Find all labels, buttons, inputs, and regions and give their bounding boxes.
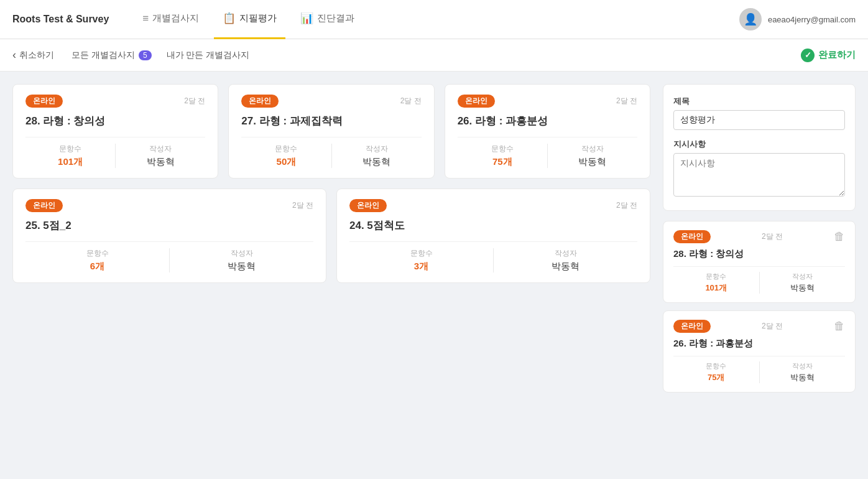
meta-author-value: 박동혁 <box>578 156 606 168</box>
meta-question-label: 문항수 <box>491 144 514 154</box>
selected-cards-area: 온라인 2달 전 🗑 28. 라형 : 창의성 문항수 101개 작성자 박동혁… <box>663 221 856 393</box>
mini-meta-q-value: 101개 <box>705 282 727 294</box>
meta-question-value: 3개 <box>414 261 428 272</box>
meta-question-value: 50개 <box>277 156 297 168</box>
nav-tab-diagnosis[interactable]: 📊 진단결과 <box>292 0 363 39</box>
back-icon: ‹ <box>12 49 16 62</box>
meta-author-value: 박동혁 <box>228 261 256 272</box>
meta-question-label: 문항수 <box>275 144 297 154</box>
mini-meta-a-label: 작성자 <box>792 361 813 371</box>
header-right: 👤 eaeao4jerry@gmail.com <box>739 8 856 30</box>
mini-meta-a-value: 박동혁 <box>790 282 815 294</box>
sub-header: ‹ 취소하기 모든 개별검사지 5 내가 만든 개별검사지 ✓ 완료하기 <box>0 39 868 72</box>
sub-tab-mine-label: 내가 만든 개별검사지 <box>167 50 250 61</box>
meta-author-value: 박동혁 <box>552 261 579 272</box>
mini-card-tag: 온라인 <box>673 230 711 243</box>
mini-meta-a-label: 작성자 <box>792 272 813 281</box>
selected-card-sel2: 온라인 2달 전 🗑 26. 라형 : 과흥분성 문항수 75개 작성자 박동혁 <box>663 310 856 393</box>
delete-card-icon[interactable]: 🗑 <box>834 320 845 333</box>
card-card2[interactable]: 온라인 2달 전 27. 라형 : 과제집착력 문항수 50개 작성자 박동혁 <box>228 84 434 179</box>
card-title: 27. 라형 : 과제집착력 <box>241 114 421 128</box>
selected-card-sel1: 온라인 2달 전 🗑 28. 라형 : 창의성 문항수 101개 작성자 박동혁 <box>663 221 856 303</box>
nav-icon-writing: 📋 <box>223 12 236 25</box>
sub-tab-all-label: 모든 개별검사지 <box>72 50 135 61</box>
meta-question-label: 문항수 <box>59 144 81 154</box>
right-panel: 제목 지시사항 온라인 2달 전 🗑 28. 라형 : 창의성 문항수 101개… <box>663 84 856 393</box>
meta-question-label: 문항수 <box>410 248 433 259</box>
card-time: 2달 전 <box>616 96 637 106</box>
form-box: 제목 지시사항 <box>663 84 856 211</box>
meta-question-value: 6개 <box>90 261 104 272</box>
cards-row-1: 온라인 2달 전 28. 라형 : 창의성 문항수 101개 작성자 박동혁 온… <box>12 84 650 179</box>
meta-author-label: 작성자 <box>555 248 577 259</box>
card-tag: 온라인 <box>25 199 63 212</box>
card-time: 2달 전 <box>400 96 422 106</box>
mini-card-title: 26. 라형 : 과흥분성 <box>673 338 845 350</box>
user-email: eaeao4jerry@gmail.com <box>768 15 856 24</box>
card-card5[interactable]: 온라인 2달 전 24. 5점척도 문항수 3개 작성자 박동혁 <box>336 188 650 283</box>
card-tag: 온라인 <box>349 199 387 212</box>
sub-tab-group: 모든 개별검사지 5 내가 만든 개별검사지 <box>64 46 257 65</box>
nav-tab-writing[interactable]: 📋 지필평가 <box>214 0 285 39</box>
card-tag: 온라인 <box>458 95 495 108</box>
card-title: 28. 라형 : 창의성 <box>25 114 205 128</box>
meta-question-label: 문항수 <box>86 248 109 259</box>
avatar: 👤 <box>739 8 762 30</box>
nav-label-diagnosis: 진단결과 <box>317 12 354 24</box>
complete-label: 완료하기 <box>818 49 856 61</box>
mini-meta-q-label: 문항수 <box>706 361 726 371</box>
meta-author-label: 작성자 <box>581 144 604 154</box>
delete-card-icon[interactable]: 🗑 <box>834 230 845 243</box>
card-tag: 온라인 <box>25 95 63 108</box>
mini-card-time: 2달 전 <box>762 321 783 332</box>
instructions-label: 지시사항 <box>673 139 845 150</box>
mini-meta-q-label: 문항수 <box>706 272 726 281</box>
nav-icon-diagnosis: 📊 <box>300 12 313 25</box>
mini-meta-q-value: 75개 <box>708 372 724 383</box>
meta-author-label: 작성자 <box>231 248 253 259</box>
nav-tab-individual[interactable]: ≡ 개별검사지 <box>134 0 208 39</box>
card-card3[interactable]: 온라인 2달 전 26. 라형 : 과흥분성 문항수 75개 작성자 박동혁 <box>445 84 650 179</box>
meta-author-label: 작성자 <box>366 144 388 154</box>
cards-row-2: 온라인 2달 전 25. 5점_2 문항수 6개 작성자 박동혁 온라인 2달 … <box>12 188 650 283</box>
mini-card-title: 28. 라형 : 창의성 <box>673 248 845 260</box>
mini-meta-a-value: 박동혁 <box>790 372 815 383</box>
back-button[interactable]: ‹ 취소하기 <box>12 49 54 62</box>
instructions-textarea[interactable] <box>673 153 845 197</box>
card-time: 2달 전 <box>292 200 313 211</box>
nav-tabs: ≡ 개별검사지📋 지필평가📊 진단결과 <box>134 0 721 39</box>
meta-question-value: 75개 <box>492 156 512 168</box>
main-content: 온라인 2달 전 28. 라형 : 창의성 문항수 101개 작성자 박동혁 온… <box>0 72 868 405</box>
meta-author-value: 박동혁 <box>362 156 390 168</box>
meta-author-value: 박동혁 <box>147 156 175 168</box>
card-card1[interactable]: 온라인 2달 전 28. 라형 : 창의성 문항수 101개 작성자 박동혁 <box>12 84 218 179</box>
title-input[interactable] <box>673 110 845 130</box>
header: Roots Test & Survey ≡ 개별검사지📋 지필평가📊 진단결과 … <box>0 0 868 39</box>
card-title: 26. 라형 : 과흥분성 <box>458 114 637 128</box>
sub-tab-all[interactable]: 모든 개별검사지 5 <box>64 46 159 65</box>
card-card4[interactable]: 온라인 2달 전 25. 5점_2 문항수 6개 작성자 박동혁 <box>12 188 326 283</box>
complete-button[interactable]: ✓ 완료하기 <box>801 49 856 62</box>
card-tag: 온라인 <box>241 95 279 108</box>
left-panel: 온라인 2달 전 28. 라형 : 창의성 문항수 101개 작성자 박동혁 온… <box>12 84 650 393</box>
sub-tab-mine[interactable]: 내가 만든 개별검사지 <box>159 46 257 65</box>
logo: Roots Test & Survey <box>12 14 109 25</box>
mini-card-tag: 온라인 <box>673 320 711 333</box>
card-title: 25. 5점_2 <box>25 218 313 233</box>
card-title: 24. 5점척도 <box>349 218 637 233</box>
card-time: 2달 전 <box>184 96 205 106</box>
title-label: 제목 <box>673 96 845 107</box>
card-time: 2달 전 <box>616 200 637 211</box>
nav-label-individual: 개별검사지 <box>152 12 199 24</box>
meta-question-value: 101개 <box>58 156 83 168</box>
nav-icon-individual: ≡ <box>142 12 149 25</box>
complete-icon: ✓ <box>801 49 815 62</box>
sub-tab-all-badge: 5 <box>139 50 152 60</box>
mini-card-time: 2달 전 <box>762 231 783 242</box>
meta-author-label: 작성자 <box>149 144 172 154</box>
back-label: 취소하기 <box>19 50 54 61</box>
nav-label-writing: 지필평가 <box>239 12 277 24</box>
